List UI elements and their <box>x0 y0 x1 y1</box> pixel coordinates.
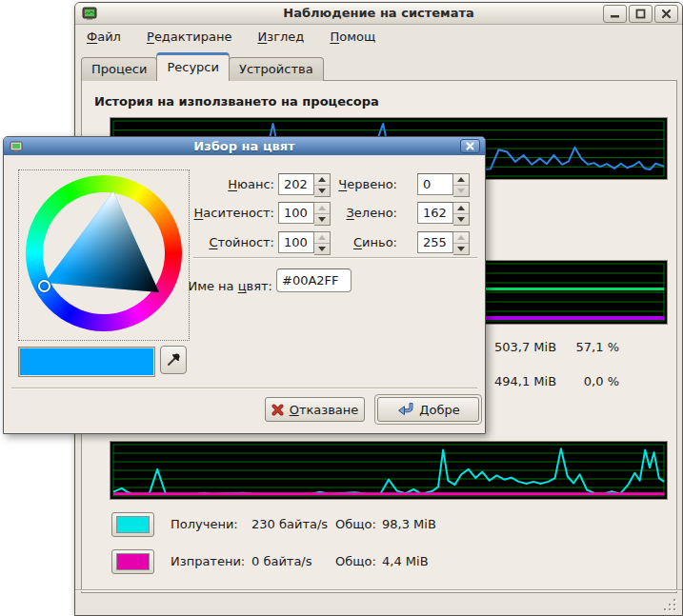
dialog-body: Нюанс: 202 Наситеност: 100 Стойност: 100… <box>4 155 485 433</box>
hsv-triangle[interactable] <box>19 170 189 340</box>
menubar: Файл Редактиране Изглед Помощ <box>75 25 682 50</box>
swap-amount: 494,1 MiB <box>494 374 556 388</box>
spin-up-icon[interactable] <box>314 203 330 214</box>
memory-row: 503,7 MiB 57,1 % <box>494 340 619 355</box>
red-input[interactable]: 0 <box>417 173 453 195</box>
hue-input[interactable]: 202 <box>278 173 314 195</box>
cancel-x-icon <box>271 404 284 416</box>
menu-edit[interactable]: Редактиране <box>145 25 233 50</box>
tab-processes[interactable]: Процеси <box>81 57 157 81</box>
ok-button-frame: Добре <box>374 394 482 425</box>
main-window-title: Наблюдение на системата <box>75 3 682 24</box>
color-name-input[interactable]: #00A2FF <box>276 268 352 292</box>
fields-separator <box>193 257 477 259</box>
ok-return-arrow-icon <box>396 403 413 416</box>
ok-button[interactable]: Добре <box>377 397 479 422</box>
spin-up-icon[interactable] <box>314 174 330 186</box>
received-color-button[interactable] <box>111 512 154 537</box>
received-color-swatch <box>116 516 150 533</box>
sent-color-button[interactable] <box>111 549 154 574</box>
saturation-input[interactable]: 100 <box>278 202 314 224</box>
value-label: Стойност: <box>209 231 274 253</box>
green-input[interactable]: 162 <box>417 202 453 224</box>
dialog-title: Избор на цвят <box>4 137 485 155</box>
cancel-label: Отказване <box>290 403 359 417</box>
cancel-button[interactable]: Отказване <box>265 397 365 422</box>
received-rate: 230 байта/s <box>251 517 328 532</box>
tabbar: Процеси Ресурси Устройства <box>81 52 323 81</box>
spin-down-icon[interactable] <box>453 186 469 196</box>
resize-grip-icon[interactable] <box>664 599 677 612</box>
statusbar-separator <box>75 589 682 591</box>
network-sent-row: Изпратени: 0 байта/s Общо: 4,4 MiB <box>82 549 676 574</box>
swap-row: 494,1 MiB 0,0 % <box>494 374 619 389</box>
menu-view[interactable]: Изглед <box>256 25 307 50</box>
close-button[interactable] <box>654 5 678 23</box>
action-separator <box>11 387 477 389</box>
received-total-label: Общо: <box>335 517 376 532</box>
spin-up-icon[interactable] <box>314 232 330 244</box>
ok-label: Добре <box>419 403 459 417</box>
eyedropper-icon <box>166 352 181 368</box>
spin-down-icon[interactable] <box>453 244 469 254</box>
saturation-spinner <box>314 202 331 226</box>
spin-up-icon[interactable] <box>453 203 469 214</box>
spin-down-icon[interactable] <box>314 214 330 225</box>
spin-up-icon[interactable] <box>453 174 469 186</box>
blue-input[interactable]: 255 <box>417 231 453 253</box>
sent-total: 4,4 MiB <box>382 554 429 569</box>
window-controls <box>603 5 678 23</box>
menu-file[interactable]: Файл <box>85 25 123 50</box>
spin-down-icon[interactable] <box>314 244 330 254</box>
received-label: Получени: <box>171 517 238 532</box>
green-spinner <box>453 202 470 226</box>
sent-rate: 0 байта/s <box>251 554 312 569</box>
sent-label: Изпратени: <box>171 554 245 569</box>
desktop: Наблюдение на системата Файл Редактиране… <box>0 0 683 616</box>
dialog-titlebar[interactable]: Избор на цвят <box>4 137 485 155</box>
sent-color-swatch <box>116 553 150 570</box>
spin-down-icon[interactable] <box>453 214 469 225</box>
main-titlebar[interactable]: Наблюдение на системата <box>75 3 682 25</box>
network-received-row: Получени: 230 байта/s Общо: 98,3 MiB <box>82 512 676 537</box>
tab-devices[interactable]: Устройства <box>229 57 324 81</box>
selected-color-preview <box>18 347 155 377</box>
saturation-label: Наситеност: <box>194 202 274 224</box>
hue-selector[interactable] <box>38 280 50 292</box>
green-label: Зелено: <box>347 202 397 224</box>
color-picker-dialog: Избор на цвят <box>3 136 486 434</box>
minimize-button[interactable] <box>603 5 627 23</box>
blue-spinner <box>453 231 470 255</box>
network-history-chart <box>110 441 668 500</box>
sent-total-label: Общо: <box>335 554 376 569</box>
received-total: 98,3 MiB <box>382 517 436 532</box>
tab-resources[interactable]: Ресурси <box>156 52 230 81</box>
menu-help[interactable]: Помощ <box>328 25 377 50</box>
color-name-label: Име на цвят: <box>188 275 272 297</box>
memory-percent: 57,1 % <box>576 340 619 354</box>
red-label: Червено: <box>338 173 397 195</box>
blue-label: Синьо: <box>353 231 397 253</box>
red-spinner <box>453 173 470 197</box>
maximize-button[interactable] <box>629 5 653 23</box>
swap-percent: 0,0 % <box>584 374 619 388</box>
value-input[interactable]: 100 <box>278 231 314 253</box>
spin-up-icon[interactable] <box>453 232 469 244</box>
color-wheel[interactable] <box>18 169 190 341</box>
cpu-section-title: История на използването на процесора <box>94 94 379 109</box>
memory-amount: 503,7 MiB <box>494 340 556 354</box>
value-spinner <box>314 231 331 255</box>
eyedropper-button[interactable] <box>160 346 187 374</box>
hue-spinner <box>314 173 331 197</box>
spin-down-icon[interactable] <box>314 186 330 196</box>
hue-label: Нюанс: <box>228 173 274 195</box>
dialog-close-button[interactable] <box>460 139 480 153</box>
